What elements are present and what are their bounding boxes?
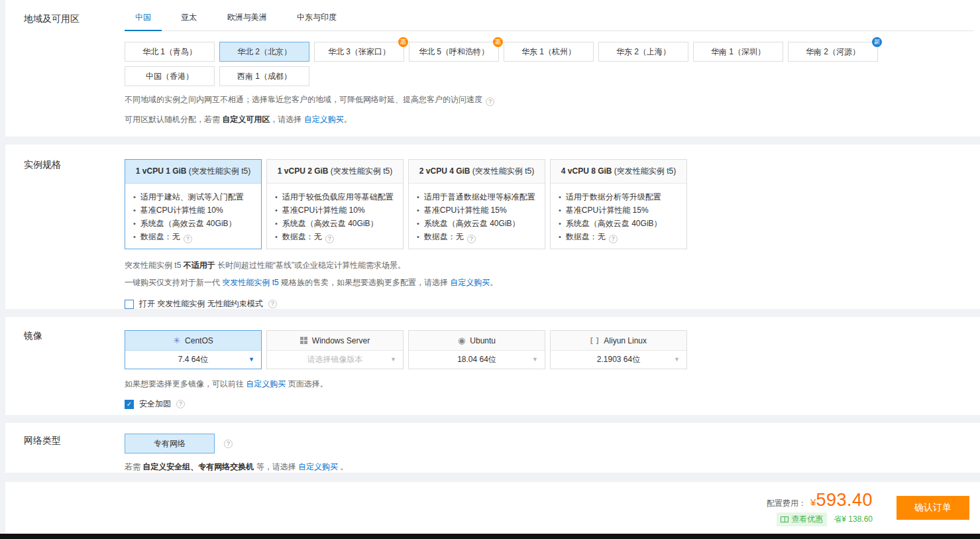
checkbox-label: 打开 突发性能实例 无性能约束模式: [139, 298, 263, 309]
security-hardening-checkbox[interactable]: ✓: [125, 400, 134, 409]
image-card-ubuntu: ◉ Ubuntu 18.04 64位 ▼: [408, 330, 545, 369]
spec-bullet-datadisk: 数据盘：无?: [559, 230, 679, 243]
region-huabei3-zhangjiakou[interactable]: 华北 3（张家口）惠: [314, 42, 404, 62]
windows-version-select[interactable]: 请选择镜像版本 ▼: [267, 351, 403, 369]
spec-subtitle: (突发性能实例 t5): [614, 166, 676, 176]
bottom-black-bar: [0, 534, 980, 539]
region-label: 华北 3（张家口）: [328, 47, 390, 56]
image-card-header[interactable]: ✳ CentOS: [125, 331, 261, 351]
fee-amount: 593.40: [816, 490, 873, 510]
centos-icon: ✳: [173, 336, 180, 345]
tab-china[interactable]: 中国: [125, 4, 162, 30]
custom-buy-link[interactable]: 自定义购买: [450, 278, 490, 287]
region-huanan2-heyuan[interactable]: 华南 2（河源）新: [788, 42, 878, 62]
help-icon[interactable]: ?: [184, 235, 192, 243]
custom-buy-link[interactable]: 自定义购买: [298, 462, 338, 471]
chevron-down-icon: ▼: [248, 351, 254, 368]
spec-subtitle: (突发性能实例 t5): [189, 166, 250, 176]
hint-text: 可用区默认随机分配，若需: [125, 115, 222, 124]
note-text: 。: [490, 278, 498, 287]
region-xinan1-chengdu[interactable]: 西南 1（成都）: [219, 66, 309, 86]
spec-card-2v4g[interactable]: 2 vCPU 4 GiB (突发性能实例 t5) 适用于普通数据处理等标准配置 …: [408, 159, 545, 249]
currency-symbol: ¥: [810, 497, 816, 508]
network-note: 若需 自定义安全组、专有网络交换机 等，请选择 自定义购买 。: [125, 460, 980, 473]
chevron-down-icon: ▼: [390, 351, 396, 368]
region-huanan1-shenzhen[interactable]: 华南 1（深圳）: [693, 42, 783, 62]
spec-bullet-datadisk: 数据盘：无?: [417, 230, 537, 243]
help-icon[interactable]: ?: [176, 400, 185, 408]
help-icon[interactable]: ?: [486, 97, 494, 106]
spec-title: 1 vCPU 2 GiB: [278, 166, 329, 176]
spec-card-1v2g[interactable]: 1 vCPU 2 GiB (突发性能实例 t5) 适用于较低负载应用等基础配置 …: [266, 159, 404, 249]
note-text: 一键购买仅支持对于新一代: [125, 278, 222, 287]
image-card-header[interactable]: ◉ Ubuntu: [409, 331, 545, 351]
os-name: Windows Server: [312, 336, 370, 345]
spec-card-body: 适用于数据分析等升级配置 基准CPU计算性能 15% 系统盘（高效云盘 40Gi…: [551, 184, 686, 249]
region-huabei5-hohhot[interactable]: 华北 5（呼和浩特）惠: [409, 42, 499, 62]
spec-bullet: 基准CPU计算性能 10%: [275, 204, 395, 217]
region-huadong1-hangzhou[interactable]: 华东 1（杭州）: [504, 42, 594, 62]
image-card-windows: Windows Server 请选择镜像版本 ▼: [266, 330, 404, 369]
tab-asia-pacific[interactable]: 亚太: [170, 4, 207, 30]
region-huabei2-beijing[interactable]: 华北 2（北京）: [219, 42, 309, 62]
tab-europe-america[interactable]: 欧洲与美洲: [217, 4, 278, 30]
spec-card-body: 适用于较低负载应用等基础配置 基准CPU计算性能 10% 系统盘（高效云盘 40…: [267, 184, 403, 249]
image-card-list: ✳ CentOS 7.4 64位 ▼ Windows Server 请选择镜像版…: [125, 330, 980, 369]
region-label: 华北 5（呼和浩特）: [419, 47, 489, 56]
fee-label: 配置费用：: [767, 498, 806, 509]
custom-buy-link[interactable]: 自定义购买: [304, 115, 344, 124]
unlimited-mode-row: 打开 突发性能实例 无性能约束模式 ?: [125, 298, 980, 309]
view-discount-badge[interactable]: 查看优惠: [777, 512, 827, 526]
spec-bullet: 系统盘（高效云盘 40GiB）: [275, 217, 395, 230]
spec-note-2: 一键购买仅支持对于新一代 突发性能实例 t5 规格族的售卖，如果想要选购更多配置…: [125, 276, 980, 289]
tab-middle-east-india[interactable]: 中东与印度: [286, 4, 347, 30]
region-china-hongkong[interactable]: 中国（香港）: [125, 66, 215, 86]
spec-card-body: 适用于建站、测试等入门配置 基准CPU计算性能 10% 系统盘（高效云盘 40G…: [125, 184, 261, 249]
spec-card-header: 1 vCPU 2 GiB (突发性能实例 t5): [267, 160, 403, 184]
t5-family-link[interactable]: 突发性能实例 t5: [222, 278, 278, 287]
ubuntu-version-select[interactable]: 18.04 64位 ▼: [409, 351, 545, 369]
note-text: 规格族的售卖，如果想要选购更多配置，请选择: [279, 278, 451, 287]
help-icon[interactable]: ?: [268, 300, 277, 308]
note-bold: 不适用于: [184, 261, 215, 270]
order-footer-bar: 配置费用： ¥ 593.40 查看优惠 省¥ 138.60 确认订单: [5, 482, 980, 534]
spec-card-1v1g[interactable]: 1 vCPU 1 GiB (突发性能实例 t5) 适用于建站、测试等入门配置 基…: [125, 159, 262, 249]
image-note: 如果想要选择更多镜像，可以前往 自定义购买 页面选择。: [125, 377, 980, 390]
image-card-header[interactable]: [ ] Aliyun Linux: [551, 331, 686, 351]
savings-amount: 省¥ 138.60: [834, 514, 873, 525]
help-icon[interactable]: ?: [325, 235, 334, 243]
region-huadong2-shanghai[interactable]: 华东 2（上海）: [598, 42, 688, 62]
spec-bullet: 适用于普通数据处理等标准配置: [417, 190, 537, 204]
unlimited-mode-checkbox[interactable]: [125, 300, 134, 309]
confirm-order-button[interactable]: 确认订单: [897, 496, 969, 520]
region-section: 地域及可用区 中国 亚太 欧洲与美洲 中东与印度 华北 1（青岛） 华北 2（北…: [5, 0, 980, 137]
region-hint-2: 可用区默认随机分配，若需 自定义可用区，请选择 自定义购买。: [125, 113, 980, 126]
spec-title: 4 vCPU 8 GiB: [561, 166, 612, 176]
custom-buy-link[interactable]: 自定义购买: [246, 379, 286, 389]
help-icon[interactable]: ?: [467, 235, 476, 243]
spec-bullet: 基准CPU计算性能 15%: [417, 204, 537, 217]
region-huabei1-qingdao[interactable]: 华北 1（青岛）: [125, 42, 215, 62]
spec-bullet: 系统盘（高效云盘 40GiB）: [417, 217, 537, 230]
windows-icon: [300, 337, 307, 344]
security-hardening-row: ✓ 安全加固 ?: [125, 398, 980, 410]
section-label-image: 镜像: [24, 330, 42, 342]
coupon-ticket-icon: [781, 516, 789, 522]
spec-card-4v8g[interactable]: 4 vCPU 8 GiB (突发性能实例 t5) 适用于数据分析等升级配置 基准…: [550, 159, 687, 249]
aliyun-version-select[interactable]: 2.1903 64位 ▼: [551, 351, 686, 369]
centos-version-select[interactable]: 7.4 64位 ▼: [125, 351, 261, 369]
image-card-aliyun-linux: [ ] Aliyun Linux 2.1903 64位 ▼: [550, 330, 687, 369]
chevron-down-icon: ▼: [532, 351, 538, 368]
hint-text: 。: [344, 115, 352, 124]
image-card-header[interactable]: Windows Server: [267, 331, 403, 351]
spec-bullet: 适用于较低负载应用等基础配置: [275, 190, 395, 204]
spec-card-header: 2 vCPU 4 GiB (突发性能实例 t5): [409, 160, 545, 184]
section-label-specs: 实例规格: [24, 159, 61, 171]
help-icon[interactable]: ?: [224, 440, 233, 448]
spec-title: 1 vCPU 1 GiB: [136, 166, 187, 176]
section-label-region: 地域及可用区: [24, 13, 80, 25]
section-label-network: 网络类型: [24, 435, 61, 447]
help-icon[interactable]: ?: [609, 235, 618, 243]
region-tabs: 中国 亚太 欧洲与美洲 中东与印度: [125, 0, 973, 31]
vpc-button[interactable]: 专有网络: [125, 434, 215, 453]
